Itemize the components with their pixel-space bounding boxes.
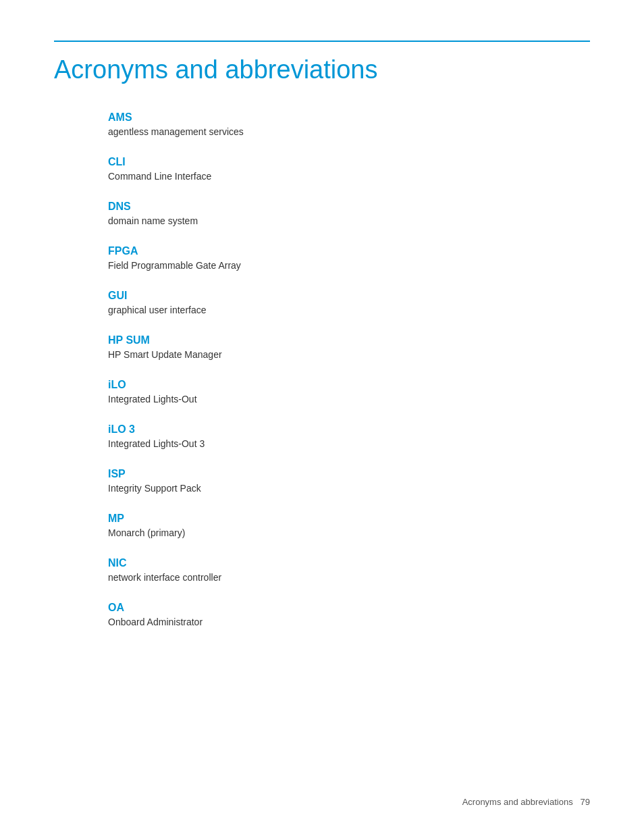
acronym-entry: iLO 3Integrated Lights-Out 3	[108, 423, 590, 449]
acronym-definition: HP Smart Update Manager	[108, 349, 590, 360]
acronym-term: NIC	[108, 557, 590, 569]
acronym-term: iLO	[108, 379, 590, 391]
footer-text: Acronyms and abbreviations	[462, 797, 573, 807]
acronym-definition: Command Line Interface	[108, 171, 590, 182]
acronym-entry: FPGAField Programmable Gate Array	[108, 245, 590, 271]
acronym-entry: GUIgraphical user interface	[108, 290, 590, 315]
top-border	[54, 41, 590, 42]
acronym-entry: AMSagentless management services	[108, 111, 590, 137]
acronym-entry: ISPIntegrity Support Pack	[108, 468, 590, 494]
acronym-term: FPGA	[108, 245, 590, 257]
acronym-entry: NICnetwork interface controller	[108, 557, 590, 583]
acronym-definition: Integrated Lights-Out	[108, 394, 590, 405]
acronym-entry: CLICommand Line Interface	[108, 156, 590, 182]
acronym-definition: agentless management services	[108, 126, 590, 137]
acronym-definition: Onboard Administrator	[108, 617, 590, 627]
acronym-entry: iLOIntegrated Lights-Out	[108, 379, 590, 405]
footer-page-number: 79	[581, 797, 590, 807]
acronym-term: CLI	[108, 156, 590, 168]
acronym-definition: Monarch (primary)	[108, 527, 590, 538]
acronym-definition: domain name system	[108, 215, 590, 226]
page-title: Acronyms and abbreviations	[54, 55, 590, 84]
acronym-definition: Field Programmable Gate Array	[108, 260, 590, 271]
acronym-definition: Integrated Lights-Out 3	[108, 438, 590, 449]
page-footer: Acronyms and abbreviations 79	[462, 797, 590, 807]
acronym-entry: OAOnboard Administrator	[108, 602, 590, 627]
acronym-entry: HP SUMHP Smart Update Manager	[108, 334, 590, 360]
acronym-term: DNS	[108, 201, 590, 213]
acronym-list: AMSagentless management servicesCLIComma…	[108, 111, 590, 627]
acronym-definition: Integrity Support Pack	[108, 483, 590, 494]
acronym-term: ISP	[108, 468, 590, 480]
acronym-entry: MPMonarch (primary)	[108, 513, 590, 538]
page-container: Acronyms and abbreviations AMSagentless …	[0, 0, 644, 700]
acronym-term: OA	[108, 602, 590, 614]
acronym-term: HP SUM	[108, 334, 590, 346]
acronym-definition: graphical user interface	[108, 305, 590, 315]
acronym-term: iLO 3	[108, 423, 590, 436]
acronym-term: AMS	[108, 111, 590, 124]
acronym-definition: network interface controller	[108, 572, 590, 583]
acronym-entry: DNSdomain name system	[108, 201, 590, 226]
acronym-term: MP	[108, 513, 590, 525]
acronym-term: GUI	[108, 290, 590, 302]
